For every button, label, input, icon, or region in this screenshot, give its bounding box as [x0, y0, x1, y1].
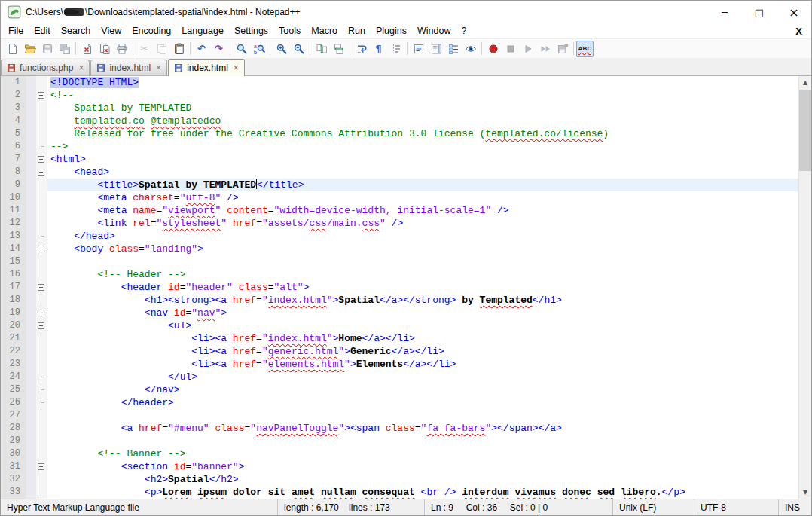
menu-item-language[interactable]: Language — [176, 24, 229, 38]
code-text[interactable]: <header id="header" class="alt"> — [47, 281, 811, 294]
fold-marker[interactable] — [36, 319, 47, 332]
code-text[interactable]: <li><a href="elements.html">Elements</a>… — [47, 358, 811, 371]
tab-index-html[interactable]: index.html× — [168, 59, 245, 76]
find-button[interactable] — [233, 41, 250, 57]
code-text[interactable]: </nav> — [47, 383, 811, 396]
show-all-characters-button[interactable]: ¶ — [370, 41, 387, 57]
close-button[interactable]: × — [777, 1, 811, 23]
zoom-in-button[interactable] — [273, 41, 290, 57]
code-text[interactable]: </header> — [47, 396, 811, 409]
code-text[interactable]: <li><a href="generic.html">Generic</a></… — [47, 345, 811, 358]
editor[interactable]: 1<!DOCTYPE HTML>2<!--3 Spatial by TEMPLA… — [1, 76, 811, 499]
document-map-button[interactable] — [427, 41, 444, 57]
minimize-button[interactable]: ─ — [707, 1, 742, 23]
tab-close-icon[interactable]: × — [78, 63, 84, 72]
tab-close-icon[interactable]: × — [234, 63, 239, 72]
menu-item-help[interactable]: ? — [456, 24, 472, 38]
code-text[interactable]: <h2>Spatial</h2> — [47, 473, 811, 486]
spell-check-button[interactable]: ABC — [576, 41, 594, 57]
open-file-button[interactable] — [21, 41, 38, 57]
undo-button[interactable]: ↶ — [193, 41, 210, 57]
title-bar[interactable]: C:\Users\\Downloads\templated-spatial\in… — [1, 1, 811, 23]
paste-button[interactable] — [170, 41, 188, 57]
code-text[interactable]: <meta charset="utf-8" /> — [47, 191, 811, 204]
monitoring-button[interactable] — [462, 41, 479, 57]
menubar-close-x[interactable]: X — [795, 26, 811, 37]
indent-guide-button[interactable] — [387, 41, 404, 57]
code-text[interactable]: <html> — [47, 153, 811, 166]
code-text[interactable]: <title>Spatial by TEMPLATED</title> — [47, 179, 811, 191]
code-text[interactable]: <ul> — [47, 319, 811, 332]
cut-button[interactable]: ✂ — [136, 41, 153, 57]
menu-item-tools[interactable]: Tools — [273, 24, 306, 38]
tab-functions-php[interactable]: functions.php× — [1, 60, 90, 75]
code-text[interactable]: <h1><strong><a href="index.html">Spatial… — [47, 294, 811, 307]
document-list-button[interactable] — [444, 41, 462, 57]
sync-vertical-button[interactable] — [313, 41, 330, 57]
zoom-out-button[interactable] — [290, 41, 307, 57]
code-text[interactable] — [47, 255, 811, 268]
scroll-thumb[interactable] — [799, 90, 811, 171]
tab-index-html[interactable]: index.html× — [90, 60, 167, 75]
code-text[interactable]: <li><a href="index.html">Home</a></li> — [47, 332, 811, 345]
code-text[interactable] — [47, 435, 811, 447]
redo-button[interactable]: ↷ — [210, 41, 227, 57]
run-macro-multiple-button[interactable] — [536, 41, 554, 57]
code-text[interactable]: <!DOCTYPE HTML> — [47, 76, 811, 89]
fold-marker[interactable] — [36, 460, 47, 473]
code-text[interactable]: <!-- Header --> — [47, 268, 811, 281]
code-text[interactable]: <head> — [47, 166, 811, 179]
save-macro-button[interactable] — [554, 41, 571, 57]
fold-marker[interactable] — [36, 89, 47, 102]
record-macro-button[interactable] — [484, 41, 502, 57]
code-text[interactable] — [47, 409, 811, 422]
scroll-down-arrow[interactable]: ▼ — [799, 486, 811, 499]
menu-item-plugins[interactable]: Plugins — [371, 24, 412, 38]
fold-marker[interactable] — [36, 281, 47, 294]
function-list-button[interactable] — [410, 41, 427, 57]
code-text[interactable]: --> — [47, 140, 811, 153]
menu-item-run[interactable]: Run — [343, 24, 371, 38]
code-text[interactable]: <link rel="stylesheet" href="assets/css/… — [47, 217, 811, 230]
tab-close-icon[interactable]: × — [156, 63, 161, 72]
fold-marker[interactable] — [36, 166, 47, 179]
menu-item-encoding[interactable]: Encoding — [127, 24, 176, 38]
fold-marker[interactable] — [36, 153, 47, 166]
replace-button[interactable]: ab — [250, 41, 267, 57]
print-button[interactable] — [113, 41, 130, 57]
stop-macro-button[interactable] — [502, 41, 519, 57]
code-text[interactable]: </ul> — [47, 371, 811, 383]
menu-item-window[interactable]: Window — [412, 24, 456, 38]
scroll-up-arrow[interactable]: ▲ — [799, 76, 811, 89]
code-text[interactable]: Spatial by TEMPLATED — [47, 102, 811, 114]
play-macro-button[interactable] — [519, 41, 536, 57]
code-text[interactable]: <meta name="viewport" content="width=dev… — [47, 204, 811, 217]
vertical-scrollbar[interactable]: ▲ ▼ — [798, 76, 811, 499]
save-file-button[interactable] — [38, 41, 56, 57]
copy-button[interactable] — [153, 41, 170, 57]
code-text[interactable]: templated.co @templatedco — [47, 114, 811, 127]
code-text[interactable]: <!-- — [47, 89, 811, 102]
code-text[interactable]: <a href="#menu" class="navPanelToggle"><… — [47, 422, 811, 435]
code-text[interactable]: <body class="landing"> — [47, 243, 811, 255]
maximize-button[interactable]: □ — [742, 1, 777, 23]
close-all-button[interactable] — [96, 41, 113, 57]
close-file-button[interactable] — [78, 41, 96, 57]
fold-marker[interactable] — [36, 243, 47, 255]
code-text[interactable]: </head> — [47, 230, 811, 243]
menu-item-edit[interactable]: Edit — [29, 24, 56, 38]
menu-item-view[interactable]: View — [96, 24, 127, 38]
menu-item-settings[interactable]: Settings — [229, 24, 273, 38]
menu-item-file[interactable]: File — [3, 24, 29, 38]
sync-horizontal-button[interactable] — [330, 41, 347, 57]
code-text[interactable]: <nav id="nav"> — [47, 307, 811, 319]
new-file-button[interactable] — [4, 41, 21, 57]
code-text[interactable]: <p>Lorem ipsum dolor sit amet nullam con… — [47, 486, 811, 499]
menu-item-search[interactable]: Search — [56, 24, 96, 38]
code-text[interactable]: Released for free under the Creative Com… — [47, 127, 811, 140]
save-all-button[interactable] — [56, 41, 73, 57]
fold-marker[interactable] — [36, 307, 47, 319]
word-wrap-button[interactable] — [353, 41, 370, 57]
menu-item-macro[interactable]: Macro — [306, 24, 343, 38]
code-text[interactable]: <!-- Banner --> — [47, 447, 811, 460]
